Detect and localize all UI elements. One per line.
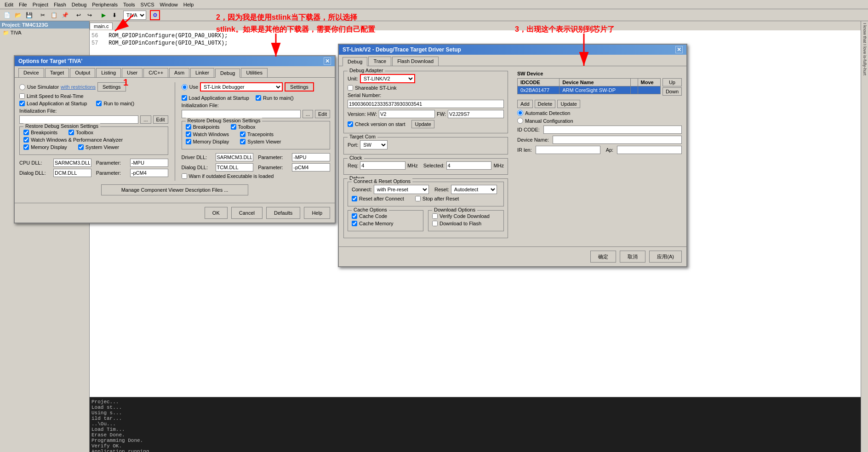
output-line: Programming Done. bbox=[91, 438, 859, 443]
save-btn[interactable]: 💾 bbox=[24, 10, 34, 20]
tab-main-c[interactable]: main.c bbox=[90, 23, 113, 29]
output-line: Load st... bbox=[91, 405, 859, 410]
build-btn[interactable]: ▶ bbox=[98, 10, 108, 20]
undo-btn[interactable]: ↩ bbox=[74, 10, 84, 20]
tree-item-tiva[interactable]: 📁 TIVA bbox=[1, 29, 88, 36]
menubar: Edit File Project Flash Debug Peripheral… bbox=[0, 0, 868, 9]
paste-btn[interactable]: 📌 bbox=[60, 10, 70, 20]
project-header: Project: TM4C123G bbox=[0, 21, 89, 29]
output-line: ild tar... bbox=[91, 416, 859, 421]
right-sidebar: I know that I love is-fully-hurt bbox=[861, 21, 868, 452]
left-panel: Project: TM4C123G 📁 TIVA bbox=[0, 21, 90, 452]
code-tabbar: main.c bbox=[90, 21, 861, 30]
download-btn[interactable]: ⬇ bbox=[109, 10, 120, 20]
center-panel: main.c 56 ROM_GPIOPinConfigure(GPIO_PA0_… bbox=[90, 21, 861, 452]
new-file-btn[interactable]: 📄 bbox=[2, 10, 12, 20]
output-line: Using s... bbox=[91, 410, 859, 416]
menu-svcs[interactable]: SVCS bbox=[138, 1, 157, 8]
menu-window[interactable]: Window bbox=[157, 1, 181, 8]
menu-tools[interactable]: Tools bbox=[120, 1, 138, 8]
main-container: Project: TM4C123G 📁 TIVA main.c 56 ROM_G… bbox=[0, 21, 868, 452]
code-line-57: 57 ROM_GPIOPinConfigure(GPIO_PA1_U0TX); bbox=[91, 40, 859, 47]
copy-btn[interactable]: 📋 bbox=[49, 10, 59, 20]
options-btn[interactable]: ⚙ bbox=[150, 10, 160, 20]
output-line: Verify OK. bbox=[91, 443, 859, 449]
menu-debug[interactable]: Debug bbox=[69, 1, 89, 8]
output-panel: Projec... Load st... Using s... ild tar.… bbox=[90, 397, 861, 452]
menu-edit[interactable]: Edit bbox=[2, 1, 16, 8]
cut-btn[interactable]: ✂ bbox=[38, 10, 48, 20]
output-line: Erase Done. bbox=[91, 432, 859, 438]
target-combo[interactable]: TIVA bbox=[123, 11, 146, 20]
menu-project[interactable]: Project bbox=[30, 1, 51, 8]
toolbar: 📄 📂 💾 ✂ 📋 📌 ↩ ↪ ▶ ⬇ TIVA ⚙ bbox=[0, 9, 868, 21]
menu-peripherals[interactable]: Peripherals bbox=[89, 1, 120, 8]
menu-file[interactable]: File bbox=[16, 1, 30, 8]
output-line: Load Tim... bbox=[91, 427, 859, 432]
redo-btn[interactable]: ↪ bbox=[85, 10, 95, 20]
code-line-56: 56 ROM_GPIOPinConfigure(GPIO_PA0_U0RX); bbox=[91, 32, 859, 40]
open-file-btn[interactable]: 📂 bbox=[13, 10, 23, 20]
output-line: Application running ... bbox=[91, 449, 859, 452]
menu-help[interactable]: Help bbox=[181, 1, 197, 8]
code-editor[interactable]: 56 ROM_GPIOPinConfigure(GPIO_PA0_U0RX); … bbox=[90, 30, 861, 397]
project-tree: 📁 TIVA bbox=[0, 29, 89, 452]
code-content: 56 ROM_GPIOPinConfigure(GPIO_PA0_U0RX); … bbox=[90, 30, 861, 49]
output-line: ..\Ou... bbox=[91, 421, 859, 427]
output-line: Projec... bbox=[91, 399, 859, 405]
sidebar-text: I know that I love is-fully-hurt bbox=[862, 23, 867, 75]
menu-flash[interactable]: Flash bbox=[51, 1, 69, 8]
